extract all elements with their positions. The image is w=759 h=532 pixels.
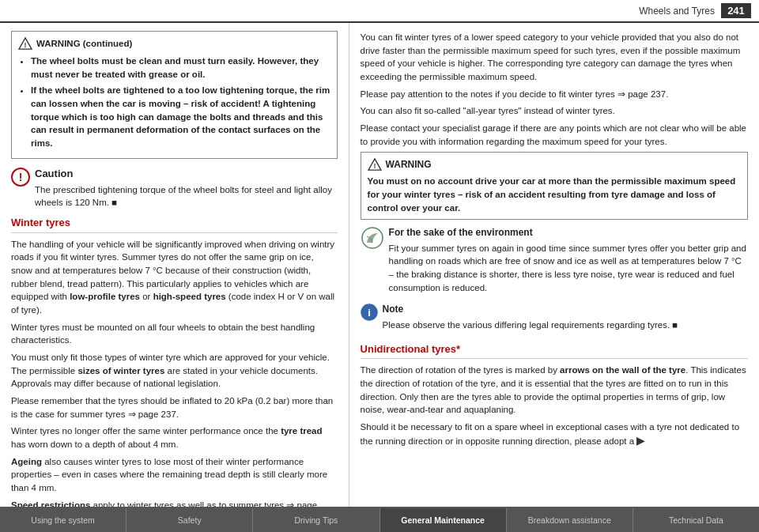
winter-para-2: Winter tyres must be mounted on all four… — [11, 321, 338, 347]
nav-using-system-label: Using the system — [31, 515, 95, 525]
unidirectional-heading: Unidirectional tyres* — [361, 342, 748, 360]
caution-title: Caution — [35, 167, 338, 182]
svg-text:i: i — [368, 307, 371, 319]
winter-para-5: Winter tyres no longer offer the same wi… — [11, 424, 338, 451]
nav-general-maintenance[interactable]: General Maintenance — [380, 508, 507, 532]
right-para-3: You can also fit so-called "all-year tyr… — [361, 104, 748, 118]
warning-right-triangle-icon: ! — [368, 157, 382, 172]
note-title: Note — [383, 303, 678, 316]
warning-right-label: WARNING — [386, 158, 432, 172]
nav-using-system[interactable]: Using the system — [0, 508, 126, 532]
winter-para-3: You must only fit those types of winter … — [11, 351, 338, 391]
nav-breakdown-assistance[interactable]: Breakdown assistance — [507, 508, 633, 532]
nav-breakdown-assistance-label: Breakdown assistance — [528, 515, 611, 525]
nav-driving-tips[interactable]: Driving Tips — [253, 508, 380, 532]
warning-continued-header: ! WARNING (continued) — [18, 36, 330, 51]
caution-block: ! Caution The prescribed tightening torq… — [11, 167, 338, 209]
note-text: Please observe the various differing leg… — [383, 319, 678, 332]
caution-icon: ! — [11, 168, 30, 187]
bottom-nav: Using the system Safety Driving Tips Gen… — [0, 507, 759, 532]
chapter-title: Wheels and Tyres — [639, 6, 715, 17]
left-column: ! WARNING (continued) The wheel bolts mu… — [0, 23, 349, 507]
continue-arrow-icon: ▶ — [636, 435, 644, 447]
warning-continued-box: ! WARNING (continued) The wheel bolts mu… — [11, 31, 338, 159]
winter-tyres-heading: Winter tyres — [11, 216, 338, 233]
caution-text: The prescribed tightening torque of the … — [35, 183, 338, 209]
right-para-4: Please contact your specialist garage if… — [361, 122, 748, 148]
nav-driving-tips-label: Driving Tips — [295, 515, 338, 525]
nav-safety[interactable]: Safety — [126, 508, 253, 532]
winter-para-7: Speed restrictions apply to winter tyres… — [11, 499, 338, 507]
caution-content: Caution The prescribed tightening torque… — [35, 167, 338, 209]
content-area: ! WARNING (continued) The wheel bolts mu… — [0, 23, 759, 507]
note-content: Note Please observe the various differin… — [383, 303, 678, 335]
note-block: i Note Please observe the various differ… — [361, 303, 748, 335]
winter-para-6: Ageing also causes winter tyres to lose … — [11, 455, 338, 495]
warning-box-right-header: ! WARNING — [368, 157, 741, 172]
nav-technical-data-label: Technical Data — [669, 515, 723, 525]
warning-bullet-2: If the wheel bolts are tightened to a to… — [31, 84, 330, 149]
uni-para-1: The direction of rotation of the tyres i… — [361, 364, 748, 417]
page-number: 241 — [721, 3, 751, 18]
note-icon: i — [361, 304, 378, 321]
warning-continued-label: WARNING (continued) — [36, 37, 132, 51]
page-header: Wheels and Tyres 241 — [0, 0, 759, 23]
svg-text:!: ! — [373, 162, 376, 170]
environment-text: Fit your summer tyres on again in good t… — [389, 242, 748, 295]
nav-general-maintenance-label: General Maintenance — [401, 515, 485, 525]
warning-triangle-icon: ! — [18, 36, 32, 51]
right-para-2: Please pay attention to the notes if you… — [361, 88, 748, 101]
uni-para-2: Should it be necessary to fit on a spare… — [361, 421, 748, 449]
right-para-1: You can fit winter tyres of a lower spee… — [361, 31, 748, 84]
svg-text:!: ! — [25, 41, 27, 49]
environment-title: For the sake of the environment — [389, 226, 748, 240]
warning-right-text: You must on no account drive your car at… — [368, 175, 741, 214]
svg-text:!: ! — [19, 171, 23, 183]
winter-para-4: Please remember that the tyres should be… — [11, 394, 338, 421]
warning-continued-list: The wheel bolts must be clean and must t… — [18, 55, 330, 150]
environment-icon — [361, 227, 384, 249]
warning-bullet-1: The wheel bolts must be clean and must t… — [31, 55, 330, 81]
right-column: You can fit winter tyres of a lower spee… — [349, 23, 759, 507]
nav-technical-data[interactable]: Technical Data — [633, 508, 759, 532]
nav-safety-label: Safety — [178, 515, 202, 525]
environment-block: For the sake of the environment Fit your… — [361, 226, 748, 298]
environment-content: For the sake of the environment Fit your… — [389, 226, 748, 298]
warning-box-right: ! WARNING You must on no account drive y… — [361, 152, 748, 220]
winter-para-1: The handling of your vehicle will be sig… — [11, 238, 338, 317]
